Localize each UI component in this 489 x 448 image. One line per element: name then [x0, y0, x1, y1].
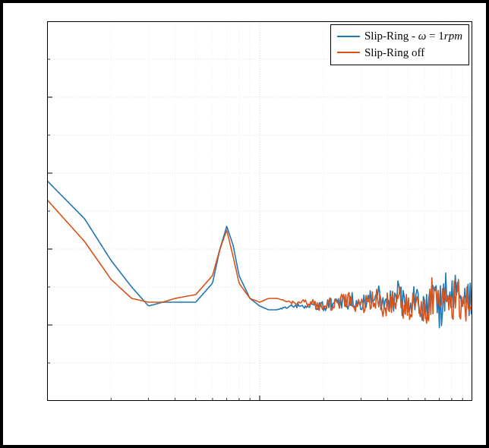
legend: Slip-Ring - ω = 1rpm Slip-Ring off — [330, 24, 469, 65]
chart-svg — [47, 21, 472, 401]
plot-area — [47, 21, 472, 401]
legend-item: Slip-Ring - ω = 1rpm — [337, 28, 462, 45]
legend-label: Slip-Ring off — [364, 46, 424, 61]
chart-container: Slip-Ring - ω = 1rpm Slip-Ring off — [3, 3, 486, 445]
legend-item: Slip-Ring off — [337, 45, 462, 62]
legend-swatch — [337, 52, 360, 53]
legend-label: Slip-Ring - ω = 1rpm — [364, 29, 462, 44]
legend-swatch — [337, 36, 360, 37]
